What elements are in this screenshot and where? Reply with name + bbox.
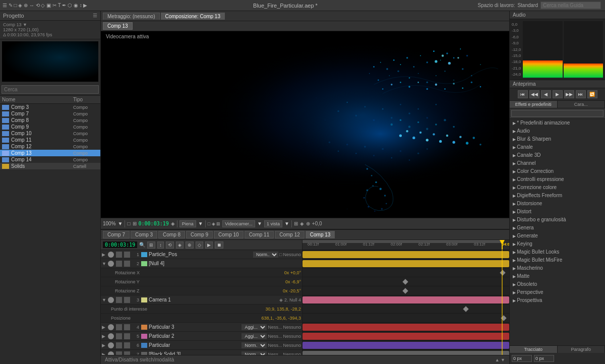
lock-icon[interactable] [124, 297, 130, 303]
ctrl-icon5[interactable]: ◈ [300, 221, 304, 226]
lock-icon[interactable] [124, 261, 130, 267]
effects-category[interactable]: Controlli espressione [510, 175, 605, 184]
visibility-icon[interactable] [108, 252, 114, 258]
tracciato-x[interactable] [512, 355, 532, 362]
footage-tab[interactable]: Metraggio: (nessuno) [103, 13, 160, 20]
list-item[interactable]: Comp 10 Compo [0, 130, 100, 137]
play-btn[interactable]: ▶ [553, 90, 563, 98]
tab-comp12[interactable]: Comp 12 [275, 231, 305, 238]
playhead-line[interactable] [502, 240, 503, 250]
effects-category[interactable]: Canale [510, 143, 605, 151]
tab-comp11[interactable]: Comp 11 [245, 231, 274, 238]
play-back-btn[interactable]: ◀ [541, 90, 551, 98]
effects-search-input[interactable] [511, 110, 603, 117]
layer-row[interactable]: ▼ 3 Camera 1 ◈ 2. Null 4 [101, 295, 302, 305]
keyframe-c2[interactable] [501, 315, 506, 321]
effects-category[interactable]: Magic Bullet MisFire [510, 256, 605, 264]
effects-category[interactable]: Blur & Sharpen [510, 135, 605, 143]
keyframe[interactable] [402, 288, 408, 293]
list-item[interactable]: Comp 13 Compo [0, 150, 100, 156]
project-menu-btn[interactable]: ☰ [93, 13, 97, 19]
visibility-icon[interactable] [108, 261, 114, 267]
effects-category[interactable]: Obsoleto [510, 280, 605, 288]
layer-expand-icon[interactable]: ▼ [102, 297, 107, 302]
prop-value[interactable]: 0x -6,9° [285, 279, 301, 284]
tab-comp7[interactable]: Comp 7 [103, 231, 130, 238]
solo-icon[interactable] [116, 261, 122, 267]
go-start-btn[interactable]: ⏮ [518, 90, 528, 98]
prop-value[interactable]: 0x -20,5° [283, 288, 301, 293]
effects-category[interactable]: Correzione colore [510, 184, 605, 192]
visibility-icon[interactable] [108, 333, 114, 339]
camera-view-btn[interactable]: Videocamer... [222, 220, 255, 227]
list-item[interactable]: Comp 14 Compo [0, 156, 100, 163]
tl-btn5[interactable]: ⊕ [186, 241, 194, 249]
keyframe-c[interactable] [463, 306, 468, 312]
layer-mode-select[interactable]: Norm... [241, 342, 267, 348]
effects-category[interactable]: Audio [510, 127, 605, 135]
visibility-icon[interactable] [108, 297, 114, 303]
solo-icon[interactable] [116, 324, 122, 330]
tab-comp10[interactable]: Comp 10 [214, 231, 244, 238]
project-search-input[interactable] [2, 85, 99, 94]
prop-value[interactable]: 638,1, -35,6, -394,3 [261, 316, 301, 321]
solo-icon[interactable] [116, 351, 122, 355]
effects-category[interactable]: Mascherino [510, 264, 605, 272]
effects-category[interactable]: Keying [510, 240, 605, 248]
list-item[interactable]: Solids Cartell [0, 163, 100, 169]
layer-mode-select[interactable]: Norm... [241, 351, 267, 355]
prop-value[interactable]: 0x +0,0° [284, 270, 301, 275]
layer-mode-select[interactable]: Norm... [253, 252, 278, 258]
effects-category[interactable]: Distorsione [510, 200, 605, 208]
tab-tracciato[interactable]: Tracciato [510, 346, 558, 353]
step-fwd-btn[interactable]: ▶▶ [564, 90, 574, 98]
effects-category[interactable]: Matte [510, 272, 605, 280]
layer-row[interactable]: ▶ 6 Particular Norm... Ness... Nessuno [101, 341, 302, 350]
effects-category[interactable]: Magic Bullet Looks [510, 248, 605, 256]
tab-comp13[interactable]: Comp 13 [306, 231, 335, 238]
solo-icon[interactable] [116, 297, 122, 303]
visibility-icon[interactable] [108, 342, 114, 348]
visibility-icon[interactable] [108, 351, 114, 355]
layer-row[interactable]: ▼ 2 [Null 4] [101, 259, 302, 268]
tl-btn1[interactable]: ⊞ [147, 241, 155, 249]
tl-btn7[interactable]: ▶ [205, 241, 213, 249]
lock-icon[interactable] [124, 333, 130, 339]
layer-expand-icon[interactable]: ▼ [102, 261, 107, 266]
layer-mode-select[interactable]: Aggi... [241, 324, 267, 330]
inner-comp-tab[interactable]: Comp 13 [103, 22, 133, 30]
menu-icon[interactable]: ☰ ✎ □ ◈ ⊕ ↔ ⟲ ◇ ▣ ✂ T ✒ ⬡ ◉ ↕ ▶ [3, 3, 87, 8]
tl-btn2[interactable]: ↕ [157, 241, 164, 249]
tab-cara[interactable]: Cara... [558, 101, 606, 108]
solo-icon[interactable] [116, 252, 122, 258]
effects-category[interactable]: Channel [510, 159, 605, 167]
view-mode-arrow[interactable]: ▼ [198, 221, 203, 226]
effects-category[interactable]: Genera [510, 224, 605, 232]
tab-comp8[interactable]: Comp 8 [158, 231, 185, 238]
layer-row[interactable]: ▶ 4 Particular 3 Aggi... Ness... Nessuno [101, 323, 302, 332]
ctrl-icon3[interactable]: ◈ [171, 221, 175, 226]
views-arrow[interactable]: ▼ [284, 221, 289, 226]
tab-comp9[interactable]: Comp 9 [186, 231, 213, 238]
effects-category[interactable]: Distort [510, 208, 605, 216]
lock-icon[interactable] [124, 252, 130, 258]
composition-canvas[interactable]: Videocamera attiva [101, 31, 509, 218]
keyframe[interactable] [500, 270, 505, 275]
help-search[interactable] [540, 2, 601, 9]
view-mode-btn[interactable]: Piena [179, 220, 196, 227]
loop-btn[interactable]: 🔁 [587, 90, 597, 98]
list-item[interactable]: Comp 8 Compo [0, 117, 100, 124]
tl-btn4[interactable]: ◈ [176, 241, 184, 249]
effects-category[interactable]: * Predefiniti animazione [510, 119, 605, 127]
layer-expand-icon[interactable]: ▶ [102, 252, 107, 257]
ctrl-icon4[interactable]: ⊞ [294, 221, 298, 226]
ctrl-icon2[interactable]: ⊞ [133, 221, 137, 226]
list-item[interactable]: Comp 3 Compo [0, 104, 100, 110]
tl-btn6[interactable]: ◇ [196, 241, 203, 249]
ctrl-icon1[interactable]: □ [127, 221, 130, 226]
visibility-icon[interactable] [108, 324, 114, 330]
lock-icon[interactable] [124, 342, 130, 348]
effects-category[interactable]: Generate [510, 232, 605, 240]
lock-icon[interactable] [124, 351, 130, 355]
solo-icon[interactable] [116, 342, 122, 348]
